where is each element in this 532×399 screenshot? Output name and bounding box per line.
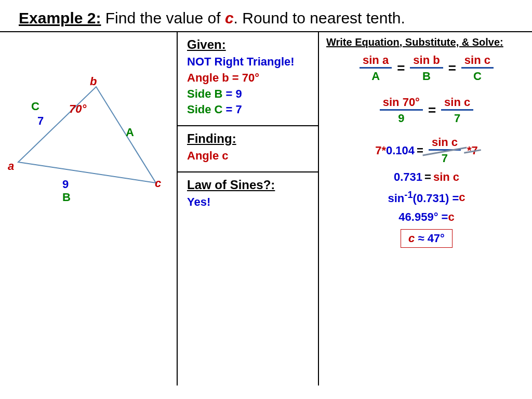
given-heading: Given: [187,37,311,52]
length-c: 7 [37,114,44,128]
given-line-3: Side B = 9 [187,86,311,102]
variable-c: c [225,9,234,26]
work-heading: Write Equation, Substitute, & Solve: [326,36,527,48]
step-2-row: 7*0.104= sin c7 *7 [326,136,527,165]
length-b: 9 [62,178,69,191]
given-section: Given: NOT Right Triangle! Angle b = 70°… [178,32,318,126]
info-panel: Given: NOT Right Triangle! Angle b = 70°… [178,32,319,385]
content-grid: b a c C 7 70° A 9 B Given: NOT Right Tri… [0,31,532,385]
given-line-1: NOT Right Triangle! [187,54,311,70]
step-3-row: 0.731=sin c [326,170,527,184]
vertex-c-label: c [155,177,161,190]
law-line-1: Yes! [187,194,311,210]
title: Example 2: Find the value of c. Round to… [0,0,532,31]
side-c-label: C [31,100,39,113]
answer-row: c ≈ 47° [326,229,527,248]
finding-heading: Finding: [187,131,311,146]
given-line-4: Side C = 7 [187,102,311,118]
example-label: Example 2: [19,9,101,26]
angle-b-label: 70° [69,102,86,116]
formula-row: sin aA = sin bB = sin cC [326,54,527,83]
law-heading: Law of Sines?: [187,178,311,192]
step-5-row: 46.959° = c [326,210,527,224]
substitution-row: sin 70°9 = sin c7 [326,96,527,125]
given-line-2: Angle b = 70° [187,70,311,86]
work-panel: Write Equation, Substitute, & Solve: sin… [319,32,532,385]
vertex-b-label: b [90,75,97,88]
finding-line-1: Angle c [187,148,311,164]
diagram-panel: b a c C 7 70° A 9 B [0,32,178,385]
answer-box: c ≈ 47° [401,229,453,248]
step-4-row: sin-1(0.731) = c [326,189,527,205]
vertex-a-label: a [8,159,14,173]
side-a-label: A [126,126,134,139]
side-b-label: B [62,191,71,204]
law-section: Law of Sines?: Yes! [178,172,318,218]
triangle-diagram [0,48,177,193]
finding-section: Finding: Angle c [178,126,318,172]
